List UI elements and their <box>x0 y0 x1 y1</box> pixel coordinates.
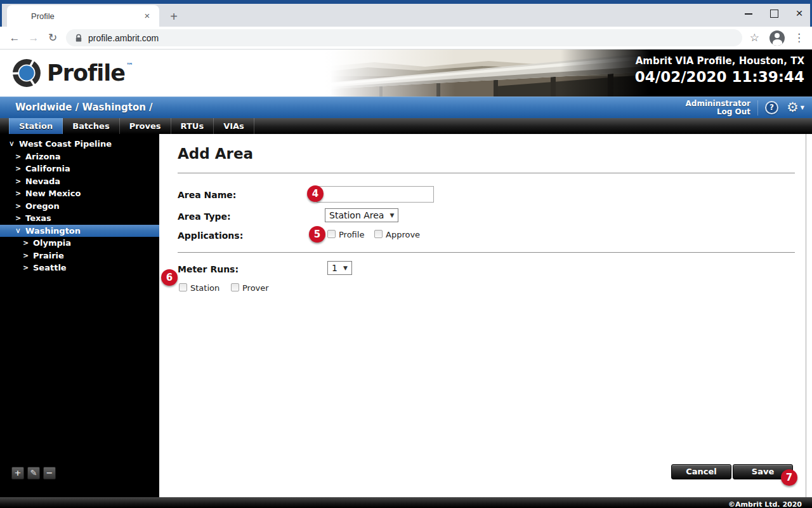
tree-item-oregon[interactable]: > Oregon <box>0 200 159 213</box>
tree-item-new-mexico[interactable]: > New Mexico <box>0 187 159 200</box>
tree-expanded-icon[interactable]: > <box>8 141 15 147</box>
tree-item-washington[interactable]: > Washington <box>0 225 159 237</box>
tree-item-label: Olympia <box>33 238 71 248</box>
maximize-button[interactable] <box>769 9 778 18</box>
area-type-label: Area Type: <box>178 211 231 222</box>
prover-checkbox[interactable] <box>231 283 239 291</box>
meter-runs-select[interactable]: 1 ▼ <box>327 261 352 275</box>
tree-item-label: Texas <box>25 213 51 223</box>
profile-checkbox[interactable] <box>327 230 336 238</box>
remove-node-button[interactable]: − <box>43 467 56 479</box>
tab-station[interactable]: Station <box>9 118 63 134</box>
tree-expanded-icon[interactable]: > <box>15 228 22 234</box>
tree-collapsed-icon[interactable]: > <box>15 203 21 210</box>
breadcrumb[interactable]: Worldwide / Washington / <box>15 97 153 118</box>
settings-menu[interactable]: ⚙ ▼ <box>787 101 804 114</box>
sidebar-tree: > West Coast Pipeline > Arizona > Califo… <box>0 134 159 497</box>
tree-collapsed-icon[interactable]: > <box>15 178 21 185</box>
forward-icon[interactable]: → <box>24 32 43 44</box>
tree-collapsed-icon[interactable]: > <box>23 239 29 246</box>
browser-tab[interactable]: Profile × <box>7 5 159 27</box>
tab-proves[interactable]: Proves <box>120 118 171 134</box>
tree-collapsed-icon[interactable]: > <box>15 215 21 222</box>
tree-item-prairie[interactable]: > Prairie <box>0 250 159 262</box>
chevron-down-icon: ▼ <box>390 212 394 218</box>
close-window-button[interactable]: × <box>795 9 804 18</box>
tab-vias[interactable]: VIAs <box>214 118 254 134</box>
chevron-down-icon: ▼ <box>801 105 804 110</box>
logout-link[interactable]: Log Out <box>686 108 751 116</box>
approve-checkbox[interactable] <box>374 230 383 238</box>
cancel-button[interactable]: Cancel <box>671 464 731 479</box>
reload-icon[interactable]: ↻ <box>43 31 62 44</box>
back-icon[interactable]: ← <box>5 32 24 44</box>
new-tab-button[interactable]: + <box>166 9 182 25</box>
tab-batches[interactable]: Batches <box>63 118 119 134</box>
site-title: Ambrit VIA Profile, Houston, TX <box>635 55 804 67</box>
tree-item-texas[interactable]: > Texas <box>0 212 159 225</box>
brand-name: Profile <box>47 58 125 88</box>
tree-item-west-coast-pipeline[interactable]: > West Coast Pipeline <box>0 138 159 150</box>
tree-item-california[interactable]: > California <box>0 163 159 175</box>
help-icon[interactable]: ? <box>765 101 778 114</box>
step-badge-4: 4 <box>307 185 324 202</box>
window-controls: × <box>744 4 804 23</box>
area-type-value: Station Area <box>329 210 384 220</box>
tab-title: Profile <box>31 11 141 21</box>
body: > West Coast Pipeline > Arizona > Califo… <box>0 134 812 497</box>
minimize-button[interactable] <box>744 9 753 18</box>
main-content: Add Area Area Name: 4 Area Type: Station… <box>159 134 812 497</box>
tree-collapsed-icon[interactable]: > <box>15 165 21 172</box>
tree-item-label: Oregon <box>25 201 60 211</box>
chevron-down-icon: ▼ <box>343 265 348 271</box>
tree-collapsed-icon[interactable]: > <box>23 252 29 259</box>
tree-item-olympia[interactable]: > Olympia <box>0 237 159 250</box>
browser-menu-icon[interactable]: ⋮ <box>794 31 804 44</box>
meter-runs-label: Meter Runs: <box>178 264 239 274</box>
app-tab-bar: Station Batches Proves RTUs VIAs <box>0 118 812 134</box>
prover-checkbox-label: Prover <box>242 283 269 293</box>
add-node-button[interactable]: + <box>11 467 24 479</box>
site-datetime: 04/02/2020 11:39:44 <box>635 69 804 85</box>
tree-item-nevada[interactable]: > Nevada <box>0 175 159 188</box>
browser-toolbar: ← → ↻ profile.ambrit.com ☆ ⋮ <box>0 27 812 50</box>
divider <box>178 252 795 253</box>
tree-collapsed-icon[interactable]: > <box>23 264 29 271</box>
applications-label: Applications: <box>178 231 243 241</box>
tree-item-seattle[interactable]: > Seattle <box>0 262 159 274</box>
area-type-select[interactable]: Station Area ▼ <box>325 208 398 222</box>
gear-icon[interactable]: ⚙ <box>787 101 799 114</box>
tree-collapsed-icon[interactable]: > <box>15 190 21 197</box>
step-badge-6: 6 <box>161 269 178 286</box>
step-badge-7: 7 <box>781 469 797 486</box>
browser-profile-avatar[interactable] <box>769 30 785 46</box>
page-title: Add Area <box>178 145 253 162</box>
app-footer: ©Ambrit Ltd. 2020 <box>0 497 812 508</box>
tree-item-arizona[interactable]: > Arizona <box>0 150 159 163</box>
area-name-input[interactable] <box>317 186 434 203</box>
area-name-label: Area Name: <box>178 190 236 200</box>
lock-icon <box>75 34 82 43</box>
edit-node-button[interactable]: ✎ <box>27 467 40 479</box>
user-block: Admininstrator Log Out <box>686 100 751 116</box>
station-checkbox-label: Station <box>190 283 219 293</box>
tree-toolbar: + ✎ − <box>11 467 56 479</box>
divider <box>178 173 795 173</box>
profile-checkbox-label: Profile <box>339 230 364 239</box>
url-bar[interactable]: profile.ambrit.com <box>66 29 742 46</box>
tree-collapsed-icon[interactable]: > <box>15 153 21 160</box>
username-label: Admininstrator <box>686 100 751 108</box>
tree-item-label: New Mexico <box>25 189 81 198</box>
station-checkbox[interactable] <box>179 283 187 291</box>
breadcrumb-bar: Worldwide / Washington / Admininstrator … <box>0 97 812 118</box>
tree-item-label: Washington <box>25 226 81 236</box>
trademark-mark: ™ <box>126 62 133 70</box>
approve-checkbox-label: Approve <box>386 230 420 239</box>
tree-item-label: Arizona <box>25 152 60 161</box>
copyright-text: ©Ambrit Ltd. 2020 <box>728 500 802 508</box>
bookmark-star-icon[interactable]: ☆ <box>750 31 759 44</box>
tree-item-label: California <box>25 164 70 173</box>
profile-logo: Profile ™ <box>11 58 133 88</box>
tab-rtus[interactable]: RTUs <box>171 118 214 134</box>
tab-close-icon[interactable]: × <box>141 10 153 22</box>
